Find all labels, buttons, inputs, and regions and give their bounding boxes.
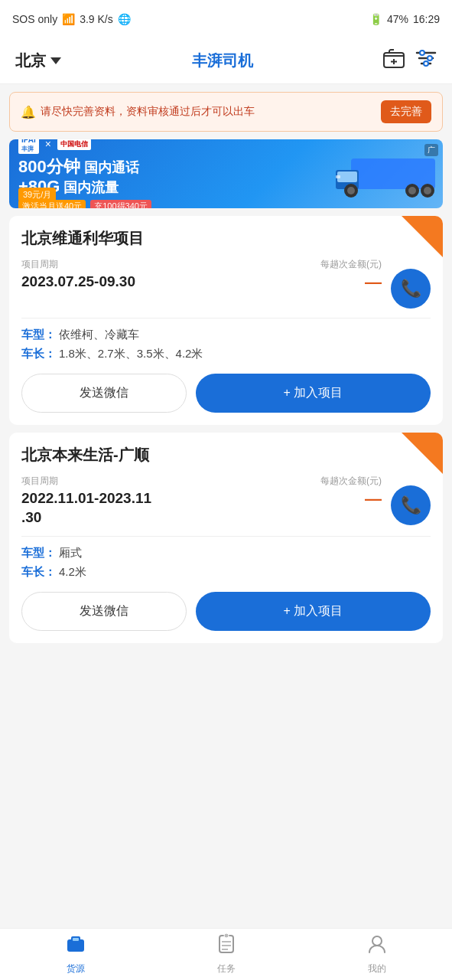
status-left: SOS only 📶 3.9 K/s 🌐: [12, 13, 131, 25]
profile-label: 我的: [368, 962, 386, 975]
car-type-value-1: 厢式: [59, 546, 82, 560]
battery-text: 47%: [387, 13, 408, 25]
long-term-badge-0: 长期: [402, 216, 443, 257]
notification-text: 请尽快完善资料，资料审核通过后才可以出车: [41, 105, 381, 119]
car-length-label-0: 车长：: [21, 347, 56, 361]
ad-content-left: IPAI丰湃 × 中国电信 800分钟 国内通话 +80G 国内流量 激活当月送…: [9, 139, 320, 208]
svg-point-8: [424, 61, 428, 66]
ad-tag2: 充100得340元: [90, 200, 151, 208]
speed-text: 3.9 K/s: [80, 13, 113, 25]
nav-icons-group: [383, 49, 437, 74]
project-period-col-1: 项目周期 2022.11.01-2023.11.30: [21, 475, 320, 527]
svg-point-17: [424, 187, 431, 194]
amount-value-1: —: [365, 489, 382, 509]
battery-icon: 🔋: [369, 13, 382, 25]
svg-point-15: [408, 187, 416, 194]
ad-main-text: 800分钟 国内通话 +80G 国内流量: [18, 157, 311, 198]
complete-button[interactable]: 去完善: [381, 100, 431, 123]
ad-banner[interactable]: IPAI丰湃 × 中国电信 800分钟 国内通话 +80G 国内流量 激活当月送…: [9, 139, 443, 208]
svg-rect-9: [351, 158, 435, 189]
ad-marker: 广: [424, 144, 438, 156]
card-actions-0: 发送微信 + 加入项目: [21, 374, 431, 413]
period-label-0: 项目周期: [21, 258, 320, 271]
phone-icon-1: 📞: [401, 495, 421, 515]
svg-rect-21: [73, 938, 79, 941]
phone-icon-0: 📞: [401, 279, 421, 299]
bottom-nav-tasks[interactable]: 任务: [151, 929, 301, 980]
bottom-nav-goods[interactable]: 货源: [0, 929, 151, 980]
long-term-badge-1: 长期: [402, 433, 443, 474]
bottom-nav-profile[interactable]: 我的: [301, 929, 452, 980]
amount-label-0: 每趟次金额(元): [320, 258, 382, 271]
project-title-0: 北京维通利华项目: [21, 228, 400, 249]
location-chevron-icon: [50, 57, 61, 64]
car-length-value-1: 4.2米: [59, 565, 86, 580]
project-meta-1: 项目周期 2022.11.01-2023.11.30 每趟次金额(元) — 📞: [21, 475, 431, 527]
svg-point-13: [347, 187, 355, 194]
project-details-0: 车型： 依维柯、冷藏车 车长： 1.8米、2.7米、3.5米、4.2米: [21, 318, 431, 361]
location-selector[interactable]: 北京: [15, 51, 61, 71]
project-details-1: 车型： 厢式 车长： 4.2米: [21, 536, 431, 580]
car-length-row-0: 车长： 1.8米、2.7米、3.5米、4.2米: [21, 347, 431, 361]
car-type-row-0: 车型： 依维柯、冷藏车: [21, 328, 431, 342]
car-length-value-0: 1.8米、2.7米、3.5米、4.2米: [59, 347, 203, 361]
signal-icon: 📶: [62, 13, 75, 25]
ad-sub-texts: 激活当月送40元 充100得340元: [18, 200, 311, 208]
notification-banner: 🔔 请尽快完善资料，资料审核通过后才可以出车 去完善: [9, 92, 443, 132]
top-nav: 北京 丰湃司机: [0, 38, 452, 84]
period-value-0: 2023.07.25-09.30: [21, 273, 320, 292]
location-text: 北京: [15, 51, 46, 71]
period-label-1: 项目周期: [21, 475, 320, 488]
join-button-1[interactable]: + 加入项目: [196, 592, 431, 631]
car-length-row-1: 车长： 4.2米: [21, 565, 431, 580]
svg-point-23: [224, 933, 229, 938]
project-card-1: 长期 北京本来生活-广顺 项目周期 2022.11.01-2023.11.30 …: [9, 433, 443, 643]
amount-label-1: 每趟次金额(元): [320, 475, 382, 488]
call-button-0[interactable]: 📞: [391, 269, 431, 309]
project-period-col-0: 项目周期 2023.07.25-09.30: [21, 258, 320, 292]
project-meta-0: 项目周期 2023.07.25-09.30 每趟次金额(元) — 📞: [21, 258, 431, 309]
svg-point-6: [420, 51, 424, 55]
svg-rect-19: [67, 939, 84, 952]
tasks-label: 任务: [217, 962, 236, 975]
svg-rect-18: [336, 175, 340, 178]
svg-point-27: [372, 936, 382, 946]
time-text: 16:29: [413, 13, 440, 25]
project-title-1: 北京本来生活-广顺: [21, 445, 400, 466]
status-bar: SOS only 📶 3.9 K/s 🌐 🔋 47% 16:29: [0, 0, 452, 38]
ad-logos: IPAI丰湃 × 中国电信: [18, 139, 311, 154]
bottom-nav: 货源 任务 我的: [0, 928, 452, 980]
ad-price: 39元/月: [18, 188, 56, 202]
tasks-icon: [216, 933, 237, 959]
car-type-label-1: 车型：: [21, 546, 56, 560]
goods-icon: [65, 933, 86, 959]
project-card-0: 长期 北京维通利华项目 项目周期 2023.07.25-09.30 每趟次金额(…: [9, 216, 443, 425]
project-amount-col-1: 每趟次金额(元) —: [320, 475, 382, 509]
wifi-icon: 🌐: [118, 13, 131, 25]
wechat-button-1[interactable]: 发送微信: [21, 592, 187, 631]
app-title: 丰湃司机: [192, 51, 253, 71]
add-folder-icon[interactable]: [383, 49, 405, 74]
svg-point-7: [428, 56, 432, 60]
card-actions-1: 发送微信 + 加入项目: [21, 592, 431, 631]
bell-icon: 🔔: [21, 105, 36, 119]
amount-value-0: —: [365, 273, 382, 292]
car-length-label-1: 车长：: [21, 565, 56, 580]
car-type-row-1: 车型： 厢式: [21, 546, 431, 560]
status-right: 🔋 47% 16:29: [369, 13, 440, 25]
project-amount-col-0: 每趟次金额(元) —: [320, 258, 382, 292]
profile-icon: [366, 933, 388, 959]
car-type-value-0: 依维柯、冷藏车: [59, 328, 139, 342]
filter-icon[interactable]: [415, 49, 437, 74]
car-type-label-0: 车型：: [21, 328, 56, 342]
goods-label: 货源: [67, 962, 85, 975]
ad-logo-ipai: IPAI丰湃: [18, 139, 39, 154]
join-button-0[interactable]: + 加入项目: [196, 374, 431, 413]
period-value-1: 2022.11.01-2023.11.30: [21, 489, 320, 527]
wechat-button-0[interactable]: 发送微信: [21, 374, 187, 413]
ad-logo-telecom: 中国电信: [57, 139, 91, 150]
call-button-1[interactable]: 📞: [391, 485, 431, 525]
sos-text: SOS only: [12, 13, 57, 25]
